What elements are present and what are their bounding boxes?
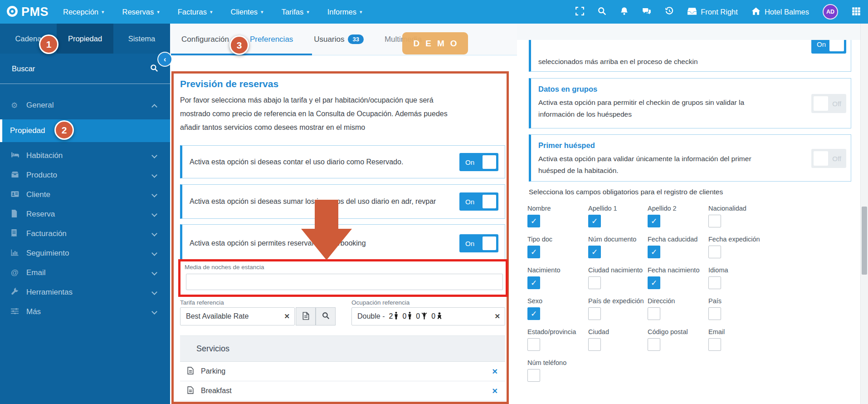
app-title: PMS xyxy=(21,5,49,19)
chevron-down-icon xyxy=(151,250,157,256)
sidebar-search-input[interactable]: Buscar xyxy=(0,54,170,84)
search-icon[interactable] xyxy=(598,7,606,17)
tutorial-arrow-down xyxy=(301,200,352,262)
checkin-fields-card: seleccionados más arriba en el proceso d… xyxy=(529,40,851,72)
pms-logo[interactable]: PMS xyxy=(6,5,49,19)
sidebar-item-cliente[interactable]: Cliente xyxy=(0,185,170,204)
field-checkbox[interactable]: ✓ xyxy=(648,215,660,227)
field-checkbox[interactable]: ✓ xyxy=(708,276,721,289)
scrollbar-thumb[interactable] xyxy=(862,207,867,275)
remove-service-icon[interactable]: ✕ xyxy=(492,387,498,395)
service-row[interactable]: Breakfast ✕ xyxy=(180,381,505,401)
notifications-bell-icon[interactable] xyxy=(620,7,629,17)
toggle-switch-on[interactable]: On xyxy=(811,40,846,54)
field-label: Email xyxy=(708,328,774,335)
tab-preferencias[interactable]: Preferencias xyxy=(250,35,293,44)
field-checkbox[interactable]: ✓ xyxy=(588,246,601,258)
services-list: Parking ✕ Breakfast ✕ xyxy=(180,362,505,401)
sidebar-item-seguimiento[interactable]: Seguimiento xyxy=(0,243,170,263)
nav-menu-item[interactable]: Recepción ▾ xyxy=(63,8,104,16)
caret-down-icon: ▾ xyxy=(210,9,213,15)
check-icon: ✓ xyxy=(531,247,537,256)
field-checkbox[interactable]: ✓ xyxy=(527,307,540,320)
field-label: Fecha caducidad xyxy=(648,236,708,243)
rate-search-button[interactable] xyxy=(316,307,336,325)
field-checkbox[interactable]: ✓ xyxy=(588,307,601,320)
receipt-icon xyxy=(11,229,26,238)
field-checkbox[interactable]: ✓ xyxy=(527,338,540,351)
required-field: Nombre ✓ xyxy=(527,205,588,236)
first-guest-card: Primer huésped Activa esta opción para v… xyxy=(529,134,851,182)
sidebar-item-email[interactable]: @ Email xyxy=(0,263,170,282)
field-checkbox[interactable]: ✓ xyxy=(708,338,721,351)
nav-menu-item[interactable]: Reservas ▾ xyxy=(122,8,160,16)
field-checkbox[interactable]: ✓ xyxy=(588,276,601,289)
field-checkbox[interactable]: ✓ xyxy=(648,276,660,289)
field-label: Dirección xyxy=(648,297,708,305)
clear-icon[interactable]: ✕ xyxy=(279,312,294,320)
main-menu: Recepción ▾ Reservas ▾ Facturas ▾ Client… xyxy=(63,8,362,16)
child-icon xyxy=(421,312,427,321)
required-field: Ciudad nacimiento ✓ xyxy=(588,266,648,297)
tab-configuracion[interactable]: Configuración xyxy=(181,35,229,44)
field-checkbox[interactable]: ✓ xyxy=(527,246,540,258)
sidebar-item-mas[interactable]: Más xyxy=(0,302,170,321)
toggle-switch-on[interactable]: On xyxy=(459,234,498,252)
apps-grid-icon[interactable] xyxy=(852,7,861,17)
panel-description: Por favor selecciona más abajo la tarifa… xyxy=(180,94,456,134)
field-checkbox[interactable]: ✓ xyxy=(708,307,721,320)
chevron-down-icon xyxy=(151,231,157,236)
check-icon: ✓ xyxy=(591,247,598,256)
field-checkbox[interactable]: ✓ xyxy=(708,215,721,227)
occupancy-reference-input[interactable]: Double - 2 0 0 0 ✕ xyxy=(351,307,505,325)
field-checkbox[interactable]: ✓ xyxy=(648,338,660,351)
nav-menu-item[interactable]: Clientes ▾ xyxy=(230,8,263,16)
toggle-switch-on[interactable]: On xyxy=(459,153,498,171)
field-label: Núm documento xyxy=(588,236,648,243)
sidebar-item-producto[interactable]: Producto xyxy=(0,165,170,185)
history-icon[interactable] xyxy=(665,7,674,17)
chat-icon[interactable] xyxy=(642,7,651,17)
rate-details-button[interactable] xyxy=(296,307,316,325)
service-row[interactable]: Parking ✕ xyxy=(180,362,505,381)
rate-reference-input[interactable]: Best Available Rate ✕ xyxy=(180,307,295,325)
nav-menu-item[interactable]: Informes ▾ xyxy=(327,8,362,16)
field-checkbox[interactable]: ✓ xyxy=(708,246,721,258)
field-checkbox[interactable]: ✓ xyxy=(648,246,660,258)
sidebar-item-facturacion[interactable]: Facturación xyxy=(0,224,170,243)
clear-icon[interactable]: ✕ xyxy=(490,312,505,320)
field-checkbox[interactable]: ✓ xyxy=(527,369,540,382)
nav-menu-item[interactable]: Facturas ▾ xyxy=(178,8,213,16)
tab-usuarios[interactable]: Usuarios 33 xyxy=(314,34,364,44)
field-checkbox[interactable]: ✓ xyxy=(527,276,540,289)
user-avatar[interactable]: AD xyxy=(823,4,838,20)
field-checkbox[interactable]: ✓ xyxy=(527,215,540,227)
check-icon: ✓ xyxy=(591,217,598,226)
tab-sistema[interactable]: Sistema xyxy=(113,24,170,54)
sidebar-collapse-button[interactable]: ‹ xyxy=(158,53,171,66)
field-checkbox[interactable]: ✓ xyxy=(648,307,660,320)
page-scrollbar xyxy=(860,24,868,404)
at-icon: @ xyxy=(11,268,26,277)
sliders-icon xyxy=(11,308,26,316)
chevron-down-icon xyxy=(151,309,157,315)
baby-icon xyxy=(437,312,442,321)
sidebar-item-herramientas[interactable]: Herramientas xyxy=(0,282,170,302)
sidebar-item-propiedad[interactable]: Propiedad xyxy=(0,119,170,142)
field-label: Tipo doc xyxy=(527,236,588,243)
tab-propiedad[interactable]: Propiedad xyxy=(57,24,113,54)
nav-menu-item[interactable]: Tarifas ▾ xyxy=(282,8,309,16)
toggle-switch-on[interactable]: On xyxy=(459,192,498,211)
toggle-switch-off[interactable]: Off xyxy=(811,94,846,113)
workstation-selector[interactable]: Front Right xyxy=(688,7,738,17)
remove-service-icon[interactable]: ✕ xyxy=(492,367,498,376)
field-checkbox[interactable]: ✓ xyxy=(588,215,601,227)
hotel-selector[interactable]: Hotel Balmes xyxy=(751,7,809,17)
toggle-switch-off[interactable]: Off xyxy=(811,149,846,168)
field-checkbox[interactable]: ✓ xyxy=(588,338,601,351)
sidebar-item-habitacion[interactable]: Habitación xyxy=(0,146,170,165)
sidebar-item-reserva[interactable]: Reserva xyxy=(0,204,170,224)
avg-nights-input[interactable] xyxy=(186,274,503,290)
fullscreen-icon[interactable] xyxy=(575,7,584,17)
sidebar-item-general[interactable]: ⚙ General xyxy=(0,95,170,116)
